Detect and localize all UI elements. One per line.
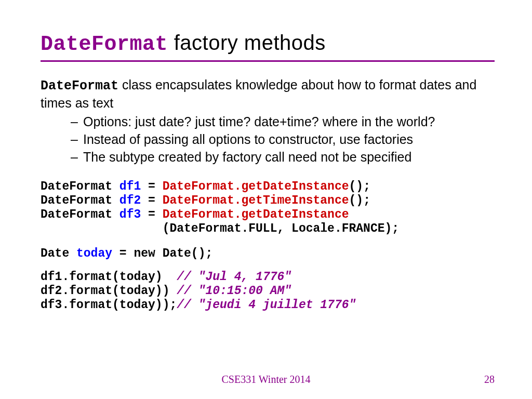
- slide-title: DateFormat factory methods: [41, 31, 495, 56]
- code-text: Date: [41, 247, 76, 260]
- code-text: (DateFormat.FULL, Locale.FRANCE);: [41, 222, 399, 235]
- code-block-2: Date today = new Date();: [41, 247, 495, 261]
- code-var: df3: [119, 208, 141, 221]
- code-text: df2.format(today)): [41, 284, 177, 298]
- code-block-1: DateFormat df1 = DateFormat.getDateInsta…: [41, 180, 495, 236]
- code-call: DateFormat.getTimeInstance: [163, 194, 349, 207]
- code-text: ();: [349, 194, 370, 207]
- code-text: =: [141, 194, 162, 207]
- code-block-3: df1.format(today) // "Jul 4, 1776" df2.f…: [41, 270, 495, 312]
- intro-keyword: DateFormat: [41, 78, 118, 94]
- code-text: df1.format(today): [41, 270, 177, 284]
- code-var: df1: [119, 180, 141, 193]
- bullet-item: Options: just date? just time? date+time…: [71, 113, 495, 130]
- code-text: =: [141, 180, 162, 193]
- intro-paragraph: DateFormat class encapsulates knowledge …: [41, 76, 495, 111]
- code-comment: // "10:15:00 AM": [177, 284, 291, 298]
- bullet-list: Options: just date? just time? date+time…: [41, 113, 495, 165]
- bullet-item: The subtype created by factory call need…: [71, 149, 495, 165]
- code-call: DateFormat.getDateInstance: [163, 208, 349, 221]
- code-comment: // "Jul 4, 1776": [177, 270, 291, 284]
- title-rule: [41, 60, 495, 62]
- page-number: 28: [484, 374, 495, 385]
- bullet-item: Instead of passing all options to constr…: [71, 131, 495, 148]
- code-text: DateFormat: [41, 180, 119, 193]
- code-var: df2: [119, 194, 141, 207]
- code-call: DateFormat.getDateInstance: [163, 180, 349, 193]
- code-text: DateFormat: [41, 194, 119, 207]
- code-text: ();: [349, 180, 370, 193]
- footer-text: CSE331 Winter 2014: [0, 374, 532, 385]
- code-var: today: [76, 247, 112, 260]
- title-rest: factory methods: [168, 31, 326, 54]
- code-text: = new Date();: [112, 247, 212, 260]
- code-text: =: [141, 208, 162, 221]
- code-comment: // "jeudi 4 juillet 1776": [177, 298, 356, 312]
- code-text: df3.format(today));: [41, 298, 177, 312]
- title-keyword: DateFormat: [41, 33, 168, 56]
- code-text: DateFormat: [41, 208, 119, 221]
